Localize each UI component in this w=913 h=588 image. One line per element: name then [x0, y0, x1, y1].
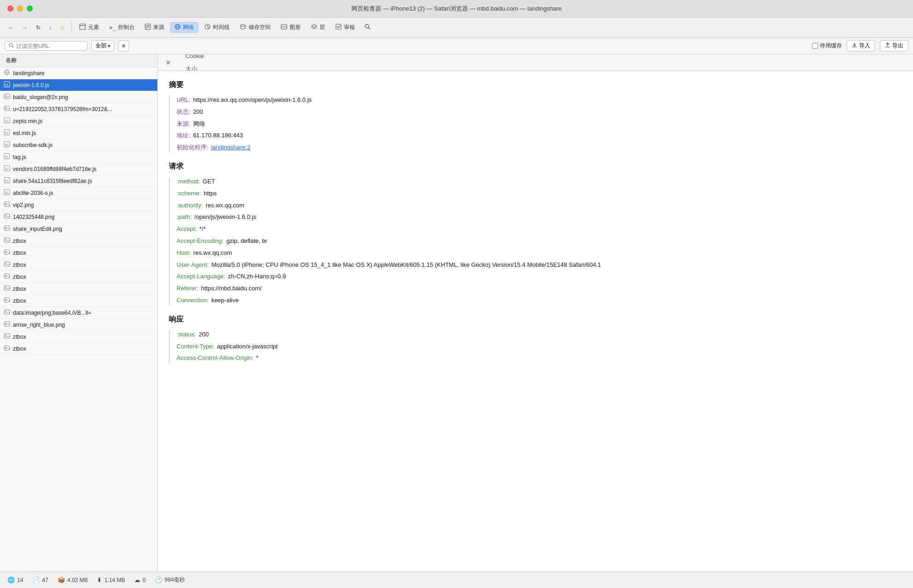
filter-url-input[interactable]	[16, 43, 81, 49]
file-item[interactable]: JSshare.54a11c8315f8eedf82ae.js	[0, 175, 157, 187]
audit-button[interactable]: 审核	[331, 22, 360, 33]
svg-line-14	[369, 28, 370, 29]
file-name-label: ztbox	[13, 346, 154, 352]
file-item[interactable]: JSesl.min.js	[0, 127, 157, 139]
file-type-icon	[4, 69, 10, 77]
file-item[interactable]: 1402325448.png	[0, 211, 157, 223]
info-key: :status:	[177, 330, 196, 340]
file-item[interactable]: ztbox	[0, 283, 157, 295]
file-item[interactable]: arrow_right_blue.png	[0, 319, 157, 331]
file-item[interactable]: ztbox	[0, 295, 157, 307]
file-item[interactable]: JSjweixin-1.6.0.js	[0, 79, 157, 91]
svg-line-16	[12, 46, 13, 47]
file-type-icon	[4, 261, 10, 269]
file-item[interactable]: baidu_slogan@2x.png	[0, 91, 157, 103]
file-item[interactable]: JSsubscribe-sdk.js	[0, 139, 157, 151]
title-bar: 网页检查器 — iPhone13 (2) — Safari浏览器 — mbd.b…	[0, 0, 913, 18]
file-item[interactable]: ztbox	[0, 259, 157, 271]
info-key: Access-Control-Allow-Origin:	[177, 353, 253, 363]
info-value: 200	[193, 107, 203, 117]
filter-input-wrap[interactable]	[5, 41, 88, 51]
status-item-0: 🌐14	[7, 576, 23, 583]
filter-all-button[interactable]: 全部 ▾	[91, 40, 114, 52]
file-type-icon	[4, 333, 10, 341]
download-button[interactable]: ↓	[45, 23, 55, 33]
storage-button[interactable]: 储存空间	[235, 22, 275, 33]
minimize-button[interactable]	[17, 6, 23, 12]
filter-menu-button[interactable]: ≡	[118, 41, 129, 52]
info-key: 来源:	[177, 119, 190, 129]
info-value: https://res.wx.qq.com/open/js/jweixin-1.…	[193, 95, 312, 105]
file-item[interactable]: ztbox	[0, 247, 157, 259]
svg-rect-64	[4, 334, 10, 338]
file-name-label: baidu_slogan@2x.png	[13, 94, 154, 100]
import-button[interactable]: 导入	[847, 40, 875, 52]
element-button[interactable]: 元素	[75, 22, 104, 33]
file-item[interactable]: data:image/png;base64,iVB...ll=	[0, 307, 157, 319]
file-type-icon	[4, 297, 10, 305]
file-type-icon	[4, 201, 10, 209]
stop-cache-checkbox[interactable]	[812, 43, 818, 49]
file-item[interactable]: ztbox	[0, 331, 157, 343]
file-item[interactable]: u=219222052,33781379528fm=3012&...	[0, 103, 157, 115]
file-item[interactable]: ztbox	[0, 235, 157, 247]
info-row: :scheme:https	[177, 189, 902, 199]
file-name-label: u=219222052,33781379528fm=3012&...	[13, 106, 154, 112]
file-item[interactable]: JStag.js	[0, 151, 157, 163]
warning-button[interactable]: ⚠	[56, 23, 69, 33]
search-toolbar-button[interactable]	[361, 22, 374, 33]
file-name-label: ztbox	[13, 238, 154, 244]
svg-rect-42	[4, 202, 10, 206]
status-item-4: ☁0	[134, 576, 146, 583]
refresh-button[interactable]: ↻	[32, 23, 44, 33]
main-container: 名称 landingshareJSjweixin-1.6.0.jsbaidu_s…	[0, 54, 913, 571]
close-button[interactable]	[7, 6, 13, 12]
svg-point-67	[5, 347, 6, 347]
graphics-button[interactable]: 图形	[276, 22, 305, 33]
file-item[interactable]: landingshare	[0, 67, 157, 79]
import-label: 导入	[859, 42, 870, 50]
file-item[interactable]: JSvendors.01689ffd88f4eb7d716e.js	[0, 163, 157, 175]
info-row: User-Agent:Mozilla/5.0 (iPhone; CPU iPho…	[177, 260, 902, 270]
svg-point-45	[5, 215, 6, 216]
status-item-2: 📦4.02 MB	[58, 576, 88, 583]
layers-button[interactable]: 层	[306, 22, 330, 33]
file-item[interactable]: share_inputEdit.png	[0, 223, 157, 235]
info-value: Mozilla/5.0 (iPhone; CPU iPhone OS 15_4_…	[211, 260, 601, 270]
tab-bar: ✕ 预览标头Cookie大小时序安全性	[158, 54, 913, 71]
file-item[interactable]: JSabclite-2036-s.js	[0, 187, 157, 199]
file-item[interactable]: vip2.png	[0, 199, 157, 211]
export-button[interactable]: 导出	[880, 40, 908, 52]
file-name-label: landingshare	[13, 70, 154, 76]
status-icon: ☁	[134, 576, 140, 583]
timeline-button[interactable]: 时间线	[200, 22, 234, 33]
file-name-label: tag.js	[13, 154, 154, 160]
file-type-icon: JS	[4, 153, 10, 161]
info-row: 来源:网络	[177, 119, 902, 129]
console-button[interactable]: >_ 控制台	[105, 22, 139, 33]
network-label: 网络	[183, 24, 194, 31]
warning-icon: ⚠	[60, 24, 65, 31]
source-button[interactable]: 来源	[140, 22, 169, 33]
timeline-icon	[204, 24, 211, 31]
tab-close-button[interactable]: ✕	[163, 58, 173, 68]
back-button[interactable]: ←	[5, 23, 18, 33]
file-name-label: ztbox	[13, 298, 154, 304]
file-item[interactable]: ztbox	[0, 271, 157, 283]
filter-menu-icon: ≡	[122, 42, 125, 49]
file-name-label: esl.min.js	[13, 130, 154, 136]
info-key: URL:	[177, 95, 190, 105]
summary-block: URL:https://res.wx.qq.com/open/js/jweixi…	[169, 95, 902, 153]
info-row: Host:res.wx.qq.com	[177, 248, 902, 258]
svg-point-65	[5, 335, 6, 335]
stop-cache-label: 停用缓存	[820, 42, 842, 50]
status-item-1: 📄47	[32, 576, 48, 583]
info-value[interactable]: landingshare:2	[211, 143, 250, 153]
forward-button[interactable]: →	[18, 23, 31, 33]
tab-cookie[interactable]: Cookie	[179, 54, 210, 62]
network-button[interactable]: 网络	[170, 22, 199, 33]
svg-text:JS: JS	[5, 191, 9, 194]
maximize-button[interactable]	[27, 6, 33, 12]
file-item[interactable]: JSzepto.min.js	[0, 115, 157, 127]
file-item[interactable]: ztbox	[0, 343, 157, 355]
